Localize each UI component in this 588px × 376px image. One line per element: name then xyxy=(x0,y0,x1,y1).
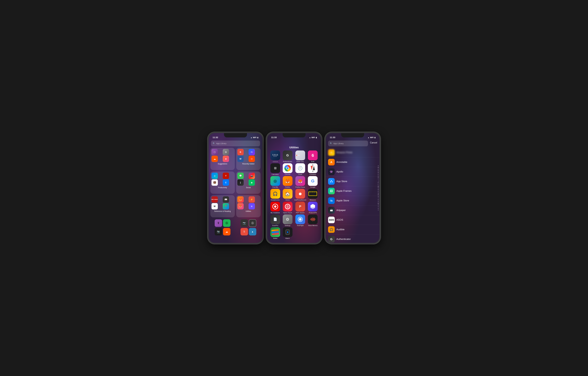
alpha-n[interactable]: N xyxy=(378,187,379,189)
app-icon-jpr[interactable]: ⏺ xyxy=(295,189,305,199)
app-messages[interactable]: 💬 xyxy=(237,173,244,179)
app-item-scanpro[interactable]: 📄 ScanPro xyxy=(270,214,281,226)
app-icon-opera[interactable] xyxy=(283,202,293,211)
alpha-a[interactable]: A xyxy=(378,165,379,167)
app-messenger[interactable]: m xyxy=(249,149,255,155)
app-icon-watch[interactable] xyxy=(283,227,293,237)
app-protonvpn-folder[interactable]: ⊕ xyxy=(249,203,255,210)
app-notchless[interactable]: ∥ xyxy=(237,179,244,186)
app-item-betterday[interactable]: ◫◫◫◫◫◫ Better Day xyxy=(294,151,306,162)
folder-reference[interactable]: BBC NEWS 📖 W 📍 Reference & Reading xyxy=(210,195,235,218)
result-item-appleframes[interactable]: 🖼 Apple Frames xyxy=(326,186,379,196)
app-item-findmy[interactable]: ◎ Find My xyxy=(270,176,281,188)
app-item-chrome[interactable]: Chrome xyxy=(282,163,293,175)
cancel-button[interactable]: Cancel xyxy=(370,142,377,144)
app-instagram[interactable]: 📷 xyxy=(249,173,255,179)
result-item-annotable[interactable]: A Annotable xyxy=(326,157,379,167)
search-bar-3[interactable]: 🔍 App Library xyxy=(328,141,368,146)
app-settings[interactable]: ⚙ xyxy=(223,149,229,155)
alpha-o[interactable]: O xyxy=(378,189,379,190)
result-item-authenticator[interactable]: G Authenticator xyxy=(326,234,379,243)
alpha-u[interactable]: U xyxy=(378,199,379,201)
folder-productivity[interactable]: ◎ Y 🐻 C Productivity xyxy=(210,171,235,194)
app-maps[interactable]: 📍 xyxy=(223,203,229,210)
app-cobalt[interactable]: C xyxy=(223,179,229,186)
app-icon-voicememos[interactable] xyxy=(308,214,318,224)
app-item-voicememos[interactable]: Voice Memos xyxy=(307,214,318,226)
app-icon-calc[interactable]: ⊞ xyxy=(270,163,280,173)
app-icon-findmy[interactable]: ◎ xyxy=(270,176,280,186)
app-bear2[interactable]: 🐻 xyxy=(211,179,218,186)
app-item-bulb[interactable]: 6 Bulb xyxy=(307,151,318,162)
result-item-apollo[interactable]: 👾 Apollo xyxy=(326,167,379,177)
app-icon-clock[interactable]: 🕙 xyxy=(295,163,305,173)
app-icon-compass[interactable]: N S xyxy=(308,163,318,173)
app-icon-bulb[interactable]: 6 xyxy=(308,151,318,160)
app-podcasts[interactable]: 🎙 xyxy=(215,219,222,227)
app-reddit[interactable]: ⌬ xyxy=(249,156,255,162)
app-soundcloud[interactable]: ☁ xyxy=(211,156,218,162)
app-icon-auth[interactable]: G xyxy=(283,151,293,160)
alpha-l[interactable]: L xyxy=(378,184,379,185)
folder-utilities[interactable]: 🦊 ⚡ 🦊 ⊕ Utilities xyxy=(236,195,261,218)
alpha-j[interactable]: J xyxy=(378,180,379,182)
app-icon-myvodafone[interactable] xyxy=(270,202,280,211)
app-spotify[interactable]: Ⓢ xyxy=(223,219,231,227)
alpha-d[interactable]: D xyxy=(378,170,379,172)
result-item-applestore[interactable]: 🛍 Apple Store xyxy=(326,196,379,206)
app-item-opera[interactable]: Opera Touch xyxy=(282,202,293,214)
alpha-z[interactable]: Z xyxy=(378,208,379,209)
result-item-0[interactable]: A Amazon Prime xyxy=(326,148,379,157)
app-icon-ffocus[interactable]: 🦊 xyxy=(295,176,305,186)
app-icon-firefox[interactable]: 🦊 xyxy=(283,176,293,186)
app-item-google[interactable]: G Google xyxy=(307,176,318,188)
app-item-home[interactable]: 🏠 Home xyxy=(282,189,293,201)
alpha-b[interactable]: B xyxy=(378,167,379,168)
app-icon-headphones[interactable]: 🎧 xyxy=(270,189,280,199)
app-item-wallet[interactable]: Wallet xyxy=(270,227,281,239)
alpha-g[interactable]: G xyxy=(378,175,379,177)
result-item-artpaper[interactable]: 🏔 Artpaper xyxy=(326,206,379,215)
alpha-v[interactable]: V xyxy=(378,201,379,202)
app-icon-protonvpn[interactable] xyxy=(308,202,318,211)
app-item-myvodafone[interactable]: My Vodafone xyxy=(270,202,281,214)
app-item-firefox[interactable]: 🦊 Firefox xyxy=(282,176,293,188)
alpha-e[interactable]: E xyxy=(378,172,379,174)
app-icon-google[interactable]: G xyxy=(308,176,318,186)
app-item-testflight[interactable]: TestFlight xyxy=(294,214,306,226)
alpha-y[interactable]: Y xyxy=(378,206,379,207)
alpha-c[interactable]: C xyxy=(378,169,379,170)
folder-suggestions[interactable]: ⬡ ⚙ ☁ ★ Suggestions xyxy=(210,148,235,170)
alpha-i[interactable]: I xyxy=(378,179,379,180)
app-item-clock[interactable]: 🕙 Clock xyxy=(294,163,306,175)
app-item-jpr[interactable]: ⏺ JustPressRecord xyxy=(294,189,306,201)
app-icon-home[interactable]: 🏠 xyxy=(283,189,293,199)
alpha-q[interactable]: Q xyxy=(378,192,379,194)
app-word[interactable]: W xyxy=(237,156,244,162)
app-item-measure[interactable]: Measure xyxy=(307,189,318,201)
app-firefox3[interactable]: 🦊 xyxy=(237,203,244,210)
app-up[interactable]: ▲ xyxy=(249,228,256,235)
result-item-audible[interactable]: 🎧 Audible xyxy=(326,225,379,234)
app-item-headphones[interactable]: 🎧 Headphones xyxy=(270,189,281,201)
app-yelp[interactable]: Y xyxy=(223,173,229,179)
alpha-hash[interactable]: # xyxy=(378,209,379,211)
alpha-s[interactable]: S xyxy=(378,196,379,197)
alpha-k[interactable]: K xyxy=(378,182,379,184)
app-reading[interactable]: 📖 xyxy=(223,196,229,203)
result-item-asos[interactable]: ASOS ASOS xyxy=(326,215,379,225)
alpha-h[interactable]: H xyxy=(378,177,379,179)
app-wechat[interactable]: ◉ xyxy=(249,179,255,186)
app-reeder[interactable]: ★ xyxy=(223,156,229,162)
alpha-m[interactable]: M xyxy=(378,186,379,187)
app-icon-testflight[interactable] xyxy=(295,214,305,224)
folder-recently-added[interactable]: B m W ⌬ Recently Added xyxy=(236,148,261,170)
app-bbcnews[interactable]: BBC NEWS xyxy=(211,196,218,203)
app-item-protonvpn[interactable]: ProtonVPN xyxy=(307,202,318,214)
result-item-appstore[interactable]: App Store xyxy=(326,177,379,186)
app-camera2[interactable]: 📷 xyxy=(241,219,248,227)
app-firefox-folder[interactable]: 🦊 xyxy=(237,196,244,203)
app-bear[interactable]: B xyxy=(237,149,244,155)
app-item-1111[interactable]: 1.1.1.1 WARP 1.1.1.1 xyxy=(270,151,281,162)
alpha-r[interactable]: R xyxy=(378,194,379,196)
